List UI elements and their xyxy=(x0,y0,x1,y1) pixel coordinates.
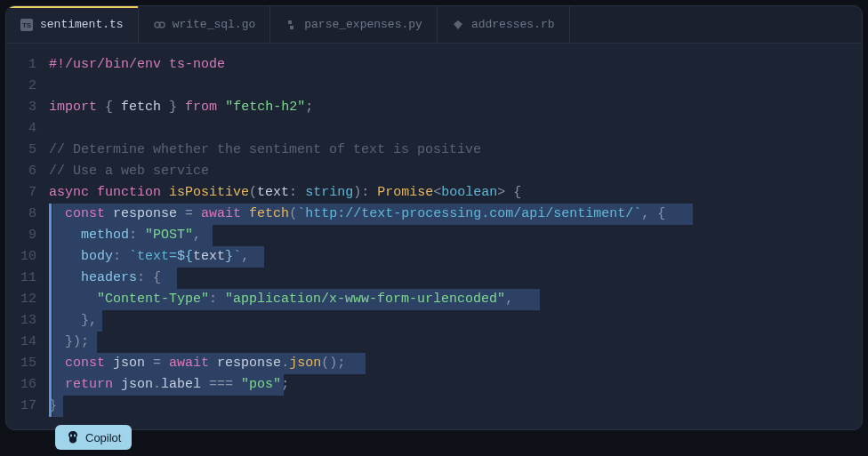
code-line: const json = await response.json(); xyxy=(49,353,862,374)
typescript-icon: TS xyxy=(20,19,33,31)
tab-bar: TS sentiment.ts write_sql.go parse_expen… xyxy=(6,6,862,44)
tab-label: sentiment.ts xyxy=(40,18,124,31)
editor-window: TS sentiment.ts write_sql.go parse_expen… xyxy=(5,5,863,430)
ruby-icon xyxy=(452,19,464,31)
copilot-icon xyxy=(66,430,80,444)
tab-write-sql[interactable]: write_sql.go xyxy=(139,6,271,43)
code-line: }); xyxy=(49,332,862,353)
code-line: import { fetch } from "fetch-h2"; xyxy=(49,97,862,118)
tab-label: write_sql.go xyxy=(173,18,256,31)
tab-label: parse_expenses.py xyxy=(304,18,422,31)
copilot-label: Copilot xyxy=(85,431,121,444)
code-line: // Use a web service xyxy=(49,161,862,182)
code-line: const response = await fetch(`http://tex… xyxy=(49,204,862,225)
tab-label: addresses.rb xyxy=(471,18,555,31)
code-line xyxy=(49,76,862,97)
tab-parse-expenses[interactable]: parse_expenses.py xyxy=(270,6,438,43)
code-editor[interactable]: 1234 5678 9101112 13141516 17 #!/usr/bin… xyxy=(6,44,862,428)
code-line: "Content-Type": "application/x-www-form-… xyxy=(49,289,862,310)
code-line: } xyxy=(49,396,862,417)
code-line: method: "POST", xyxy=(49,225,862,246)
code-line: body: `text=${text}`, xyxy=(49,246,862,268)
code-line: async function isPositive(text: string):… xyxy=(49,182,862,204)
tab-sentiment[interactable]: TS sentiment.ts xyxy=(6,6,139,43)
svg-text:TS: TS xyxy=(22,21,32,29)
tab-addresses[interactable]: addresses.rb xyxy=(438,6,570,43)
line-number-gutter: 1234 5678 9101112 13141516 17 xyxy=(6,54,49,417)
code-line: headers: { xyxy=(49,268,862,289)
code-line xyxy=(49,118,862,140)
code-content: #!/usr/bin/env ts-node import { fetch } … xyxy=(49,54,862,417)
code-line: // Determine whether the sentiment of te… xyxy=(49,140,862,161)
python-icon xyxy=(285,19,297,31)
code-line: #!/usr/bin/env ts-node xyxy=(49,54,862,76)
go-icon xyxy=(153,19,165,31)
code-line: return json.label === "pos"; xyxy=(49,374,862,396)
code-line: }, xyxy=(49,310,862,332)
copilot-badge[interactable]: Copilot xyxy=(55,425,132,450)
